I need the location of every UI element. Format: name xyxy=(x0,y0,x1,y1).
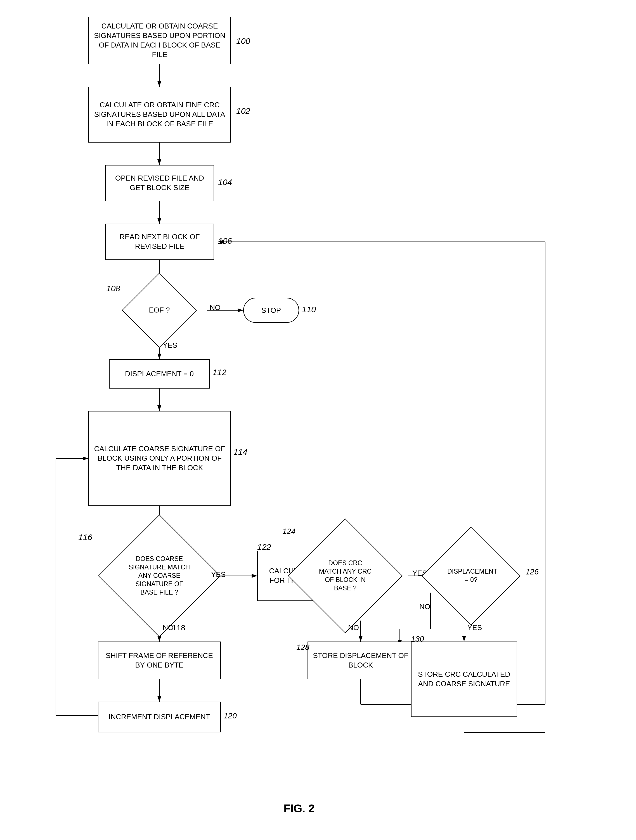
ref-118-no: 118 xyxy=(172,624,185,632)
box-100: CALCULATE OR OBTAIN COARSE SIGNATURES BA… xyxy=(88,17,231,64)
box-128: STORE DISPLACEMENT OF BLOCK xyxy=(308,641,414,679)
ref-116: 116 xyxy=(78,532,92,542)
ref-124: 124 xyxy=(282,527,295,536)
ref-106: 106 xyxy=(218,236,232,246)
ref-112: 112 xyxy=(213,368,226,377)
coarse-yes-label: YES xyxy=(211,570,226,579)
box-114: CALCULATE COARSE SIGNATURE OF BLOCK USIN… xyxy=(88,411,231,506)
box-102: CALCULATE OR OBTAIN FINE CRC SIGNATURES … xyxy=(88,87,231,142)
eof-no-label: NO xyxy=(210,303,221,312)
disp-no-label: NO xyxy=(419,602,430,611)
ref-130: 130 xyxy=(411,635,424,644)
disp-yes-label: YES xyxy=(467,624,482,632)
ref-108: 108 xyxy=(106,284,120,293)
ref-114: 114 xyxy=(234,447,248,457)
ref-102: 102 xyxy=(236,106,250,116)
ref-100: 100 xyxy=(236,36,250,46)
box-104: OPEN REVISED FILE AND GET BLOCK SIZE xyxy=(105,165,214,201)
box-126: DISPLACEMENT = 0? xyxy=(419,531,523,621)
diagram-container: CALCULATE OR OBTAIN COARSE SIGNATURES BA… xyxy=(0,0,636,840)
box-112: DISPLACEMENT = 0 xyxy=(109,359,210,388)
crc-no-label: NO xyxy=(348,624,359,632)
box-120: INCREMENT DISPLACEMENT xyxy=(98,702,221,733)
ref-122: 122 xyxy=(257,542,271,552)
box-116: DOES COARSE SIGNATURE MATCH ANY COARSE S… xyxy=(92,531,226,621)
box-130: STORE CRC CALCULATED AND COARSE SIGNATUR… xyxy=(411,641,517,717)
box-118: SHIFT FRAME OF REFERENCE BY ONE BYTE xyxy=(98,641,221,679)
box-106: READ NEXT BLOCK OF REVISED FILE xyxy=(105,224,214,260)
box-124: DOES CRC MATCH ANY CRC OF BLOCK IN BASE … xyxy=(282,531,408,621)
ref-128: 128 xyxy=(296,643,309,652)
box-110: STOP xyxy=(243,298,299,323)
ref-104: 104 xyxy=(218,177,232,187)
ref-110: 110 xyxy=(302,305,316,314)
eof-yes-label: YES xyxy=(163,341,177,350)
ref-120: 120 xyxy=(224,711,237,720)
ref-126: 126 xyxy=(526,567,539,576)
box-108: EOF ? xyxy=(120,282,199,338)
fig-caption: FIG. 2 xyxy=(243,802,355,815)
